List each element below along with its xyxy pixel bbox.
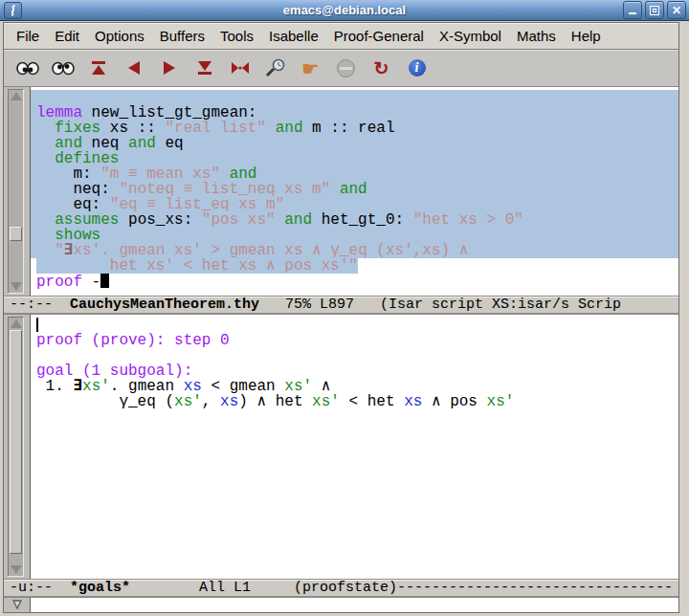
script-modeline: --:-- CauchysMeanTheorem.thy 75% L897 (I… [4,296,678,315]
code-line [31,90,678,105]
menu-item-edit[interactable]: Edit [55,28,79,44]
minibuffer-input[interactable] [31,598,678,612]
retract-buffer-icon[interactable] [86,56,110,79]
scroll-down-icon[interactable] [10,564,22,575]
code-segment: xs' [312,393,340,410]
code-line: goal (1 subgoal): [31,363,678,379]
code-line [31,348,678,363]
info-icon[interactable]: i [405,56,429,79]
code-segment: het_gt_0: [312,211,413,229]
code-line: eq: "eq ≡ list_eq xs m" [31,197,678,212]
code-segment: het xs' < het xs ∧ pos xs'" [36,257,358,275]
text-cursor [100,274,109,288]
menu-item-x-symbol[interactable]: X-Symbol [439,28,501,44]
code-segment [330,181,340,198]
locked-region-tail: het xs' < het xs ∧ pos xs'" [36,258,358,274]
code-line: and neq and eq [31,136,678,151]
minimize-button[interactable] [623,1,642,19]
goals-modeline: -u:-- *goals* All L1 (proofstate)-------… [4,579,678,598]
emacs-window: emacs@debian.local ✕ FileEditOptionsBuff… [0,0,689,616]
menu-item-isabelle[interactable]: Isabelle [269,28,319,44]
window-title: emacs@debian.local [0,3,689,17]
code-segment: pos_xs: [119,211,201,229]
code-segment: "het xs > 0" [413,211,523,229]
code-segment: xs [404,393,422,410]
command-icon[interactable]: ☛ [299,56,322,79]
code-segment: - [82,274,100,291]
goals-window: proof (prove): step 0goal (1 subgoal): 1… [4,315,678,579]
goals-scrollbar[interactable] [8,317,24,577]
scroll-down-icon[interactable] [10,281,22,292]
code-line: 1. ∃xs'. gmean xs < gmean xs' ∧ [31,379,678,394]
goals-buffer[interactable]: proof (prove): step 0goal (1 subgoal): 1… [31,315,678,579]
code-segment: "pos xs" [202,211,276,229]
code-segment: and [128,135,156,152]
code-line: "∃xs'. gmean xs' > gmean xs ∧ γ_eq (xs',… [31,243,678,258]
code-line: assumes pos_xs: "pos xs" and het_gt_0: "… [31,212,678,228]
code-segment: and [276,120,303,137]
code-segment: proof [36,274,82,291]
menubar: FileEditOptionsBuffersToolsIsabelleProof… [4,23,678,50]
show-context-icon[interactable] [51,56,75,79]
menu-item-buffers[interactable]: Buffers [160,28,205,44]
frame-content: FileEditOptionsBuffersToolsIsabelleProof… [3,22,679,613]
code-segment: -u:-- [10,580,70,597]
undo-step-icon[interactable] [122,56,145,79]
code-segment [266,120,276,137]
code-line [31,318,678,333]
code-segment: xs' [174,393,202,410]
interrupt-icon[interactable] [334,56,358,79]
close-button[interactable]: ✕ [667,1,686,19]
code-segment: and [284,211,312,229]
goals-scrollbar-gutter [4,315,31,579]
menu-item-proof-general[interactable]: Proof-General [334,28,424,44]
script-buffer[interactable]: lemma new_list_gt_gmean: fixes xs :: "re… [31,87,678,296]
menu-item-help[interactable]: Help [571,28,601,44]
find-theorems-icon[interactable] [263,56,287,79]
scroll-up-icon[interactable] [10,319,22,329]
code-line: γ_eq (xs', xs) ∧ het xs' < het xs ∧ pos … [31,394,678,409]
process-buffer-icon[interactable] [192,56,216,79]
menu-item-maths[interactable]: Maths [517,28,556,44]
proof-general-toolbar: ☛ ↻ i [4,50,678,87]
restart-icon[interactable]: ↻ [369,56,393,79]
code-line: proof - [31,274,678,289]
code-segment: xs' [487,393,515,410]
code-segment: m :: real [302,120,394,137]
minibuffer-gutter [4,598,31,612]
menu-item-tools[interactable]: Tools [220,28,254,44]
code-segment: CauchysMeanTheorem.thy [70,297,259,314]
code-segment: and [340,181,367,198]
code-segment: ∧ pos [422,393,486,410]
maximize-button[interactable] [645,1,664,19]
script-scrollbar-thumb[interactable] [10,227,22,241]
code-segment: ) ∧ het [238,393,312,410]
scroll-up-icon[interactable] [10,91,22,101]
next-step-icon[interactable] [157,56,181,79]
code-segment: All L1 (proofstate)---------------------… [130,580,673,597]
minibuffer-row [4,598,678,612]
code-segment: γ_eq ( [36,393,174,410]
code-segment [276,211,285,229]
code-segment: < het [340,393,404,410]
code-segment: *goals* [70,580,130,597]
script-scrollbar-gutter [4,87,31,296]
script-window: lemma new_list_gt_gmean: fixes xs :: "re… [4,87,678,296]
code-line: het xs' < het xs ∧ pos xs'" [31,258,678,274]
code-segment: proof (prove): step 0 [36,332,230,349]
code-line: neq: "noteq ≡ list_neq xs m" and [31,182,678,197]
minimize-icon [629,12,636,14]
goto-point-icon[interactable] [228,56,252,79]
maximize-icon [650,6,659,15]
minibuffer-marker-icon [11,600,23,610]
goals-scrollbar-thumb[interactable] [10,330,22,554]
code-segment: , [202,393,220,410]
inactive-cursor [36,318,38,332]
code-segment: --:-- [10,297,70,314]
show-goals-icon[interactable] [15,56,39,79]
menu-item-file[interactable]: File [16,28,39,44]
code-segment: 75% L897 (Isar script XS:isar/s Scrip [259,297,621,314]
script-scrollbar[interactable] [8,89,24,294]
menu-item-options[interactable]: Options [95,28,144,44]
titlebar[interactable]: emacs@debian.local ✕ [0,0,689,21]
